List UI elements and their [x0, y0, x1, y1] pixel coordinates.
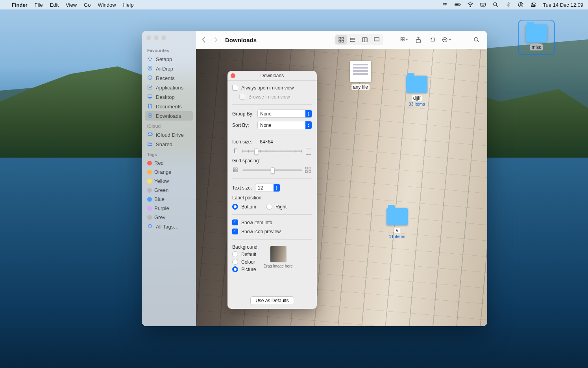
text-size-popup[interactable]: 12▴▾: [255, 184, 280, 192]
user-icon[interactable]: [518, 2, 524, 8]
sidebar-item-documents[interactable]: Documents: [145, 102, 193, 111]
browse-icon-checkbox: [239, 94, 245, 100]
background-thumbnail[interactable]: [270, 246, 287, 262]
menu-file[interactable]: File: [35, 2, 43, 8]
file-item-djjff[interactable]: djjff33 items: [399, 72, 435, 106]
sidebar-item-label: All Tags…: [156, 224, 179, 230]
zoom-button[interactable]: [161, 35, 166, 40]
minimize-button[interactable]: [154, 35, 159, 40]
close-sheet-button[interactable]: [231, 73, 235, 78]
sidebar-item-green[interactable]: Green: [145, 186, 193, 195]
svg-point-11: [534, 6, 534, 6]
svg-rect-31: [401, 39, 402, 41]
sort-by-popup[interactable]: None▴▾: [257, 121, 312, 129]
sidebar-item-label: AirDrop: [156, 66, 173, 72]
sidebar-item-label: Shared: [156, 141, 172, 147]
sidebar-item-shared[interactable]: Shared: [145, 139, 193, 149]
svg-rect-17: [148, 95, 152, 98]
airdrop-icon: [147, 65, 153, 72]
cloud-icon: [147, 132, 153, 138]
column-view-button[interactable]: [359, 35, 371, 45]
desktop-icon: [147, 94, 153, 100]
folder-icon: [406, 76, 427, 93]
sidebar-item-setapp[interactable]: Setapp: [145, 54, 193, 64]
group-by-popup[interactable]: None▴▾: [257, 110, 312, 118]
sidebar-item-purple[interactable]: Purple: [145, 204, 193, 213]
finder-content[interactable]: any filedjjff33 itemsv11 items Downloads…: [196, 49, 487, 326]
sidebar-item-all-tags-[interactable]: All Tags…: [145, 222, 193, 231]
sidebar-item-desktop[interactable]: Desktop: [145, 92, 193, 102]
file-item-any-file[interactable]: any file: [343, 61, 378, 90]
show-item-info-checkbox[interactable]: [232, 219, 238, 225]
svg-rect-2: [460, 4, 460, 6]
menu-edit[interactable]: Edit: [50, 2, 59, 8]
sidebar-item-red[interactable]: Red: [145, 158, 193, 167]
bg-picture-radio[interactable]: [232, 266, 238, 272]
svg-rect-22: [339, 40, 341, 42]
clock-icon: [147, 75, 153, 81]
svg-point-38: [446, 39, 446, 40]
keyboard-icon[interactable]: [480, 2, 486, 8]
sidebar-item-label: Setapp: [156, 56, 172, 62]
list-view-button[interactable]: [347, 35, 359, 45]
window-title: Downloads: [225, 37, 257, 43]
always-icon-checkbox[interactable]: [232, 85, 238, 91]
desktop-folder-misc[interactable]: misc: [520, 22, 553, 53]
tag-dot: [147, 188, 152, 193]
apps-icon: [147, 84, 153, 91]
forward-button[interactable]: [213, 37, 218, 43]
svg-rect-49: [309, 171, 311, 173]
sidebar-item-label: Yellow: [154, 178, 169, 184]
dropbox-icon[interactable]: [442, 2, 448, 8]
battery-icon[interactable]: [455, 2, 461, 8]
bg-colour-radio[interactable]: [232, 259, 238, 265]
sidebar-item-yellow[interactable]: Yellow: [145, 177, 193, 186]
svg-point-24: [350, 38, 351, 38]
svg-rect-45: [236, 170, 237, 172]
icon-view-button[interactable]: [335, 35, 347, 45]
control-center-icon[interactable]: [530, 2, 536, 8]
spotlight-icon[interactable]: [492, 2, 499, 8]
tags-button[interactable]: [427, 35, 438, 45]
sidebar-item-applications[interactable]: Applications: [145, 83, 193, 92]
menubar-clock[interactable]: Tue 14 Dec 12:09: [543, 2, 583, 8]
sidebar-item-downloads[interactable]: Downloads: [145, 111, 193, 121]
desktop-folder-label: misc: [530, 44, 543, 50]
menu-view[interactable]: View: [66, 2, 77, 8]
grid-spacing-slider[interactable]: [242, 169, 302, 171]
gallery-view-button[interactable]: [371, 35, 383, 45]
bluetooth-icon[interactable]: [505, 2, 511, 8]
sidebar-item-blue[interactable]: Blue: [145, 195, 193, 204]
app-menu[interactable]: Finder: [12, 2, 28, 8]
label-right-radio[interactable]: [266, 204, 272, 210]
menu-window[interactable]: Window: [98, 2, 116, 8]
action-menu-button[interactable]: [442, 35, 452, 45]
sidebar-item-label: Purple: [154, 205, 169, 211]
menu-go[interactable]: Go: [84, 2, 91, 8]
sidebar-item-label: Blue: [154, 196, 165, 202]
svg-point-36: [444, 39, 445, 40]
sidebar-item-recents[interactable]: Recents: [145, 73, 193, 83]
share-button[interactable]: [413, 35, 423, 45]
group-menu-button[interactable]: [399, 35, 409, 45]
sidebar-item-icloud-drive[interactable]: iCloud Drive: [145, 130, 193, 139]
sidebar-item-orange[interactable]: Orange: [145, 167, 193, 177]
svg-rect-44: [233, 170, 235, 172]
search-button[interactable]: [472, 35, 482, 45]
close-button[interactable]: [146, 35, 151, 40]
use-as-defaults-button[interactable]: Use as Defaults: [250, 296, 294, 305]
show-icon-preview-checkbox[interactable]: [232, 229, 238, 234]
label-bottom-radio[interactable]: [232, 204, 238, 210]
svg-rect-29: [401, 37, 402, 39]
file-item-v[interactable]: v11 items: [379, 205, 415, 239]
window-controls: [145, 35, 193, 45]
sidebar-item-grey[interactable]: Grey: [145, 213, 193, 222]
menu-help[interactable]: Help: [123, 2, 134, 8]
back-button[interactable]: [202, 37, 206, 43]
bg-default-radio[interactable]: [232, 251, 238, 257]
sidebar-section-icloud: iCloud: [147, 124, 190, 128]
sidebar-item-airdrop[interactable]: AirDrop: [145, 64, 193, 73]
icon-size-slider[interactable]: [242, 151, 302, 152]
wifi-icon[interactable]: [467, 2, 473, 8]
sidebar-item-label: Applications: [156, 85, 183, 91]
